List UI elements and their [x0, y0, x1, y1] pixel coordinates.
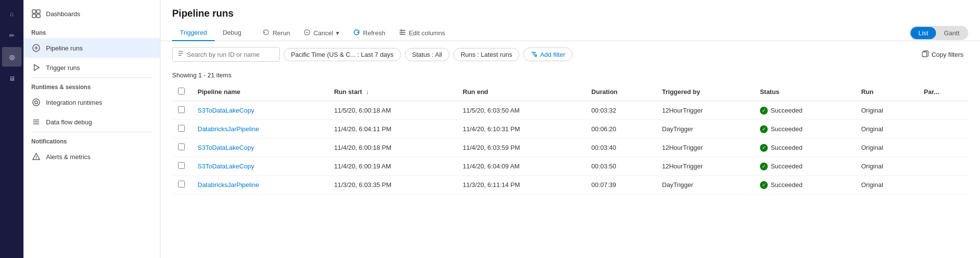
select-all-checkbox[interactable]: [178, 88, 185, 94]
tab-triggered[interactable]: Triggered: [172, 25, 215, 41]
table-row: S3ToDataLakeCopy 11/4/20, 6:00:18 PM 11/…: [172, 139, 968, 157]
cancel-button[interactable]: Cancel ▾: [298, 26, 345, 40]
table-row: S3ToDataLakeCopy 11/4/20, 6:00:19 AM 11/…: [172, 157, 968, 176]
sidebar-item-alerts-metrics[interactable]: Alerts & metrics: [23, 147, 160, 166]
runs-section-label: Runs: [23, 23, 160, 38]
pipeline-name-link-2[interactable]: S3ToDataLakeCopy: [198, 144, 254, 151]
copy-filters-button[interactable]: Copy filters: [917, 48, 968, 61]
row-status-4: ✓ Succeeded: [754, 176, 855, 194]
row-pipeline-name-0: S3ToDataLakeCopy: [192, 101, 328, 120]
row-triggered-by-1: DayTrigger: [656, 120, 754, 139]
svg-rect-1: [37, 10, 40, 13]
pipeline-runs-icon: [31, 43, 41, 53]
row-run-type-3: Original: [855, 157, 918, 176]
succeeded-icon-4: ✓: [760, 181, 768, 189]
row-parameters-1: [918, 120, 968, 139]
sidebar-nav: Dashboards Runs Pipeline runs: [23, 0, 160, 258]
row-select-3[interactable]: [178, 162, 185, 169]
nav-icons: ⌂ ✏ ◎ 🖥: [0, 0, 23, 258]
row-triggered-by-2: 12HourTrigger: [656, 139, 754, 157]
row-triggered-by-4: DayTrigger: [656, 176, 754, 194]
run-start-header: Run start: [334, 88, 362, 95]
search-filter-icon: [178, 50, 184, 58]
row-select-2[interactable]: [178, 143, 185, 150]
sidebar-item-dashboards[interactable]: Dashboards: [23, 4, 160, 23]
row-checkbox-4: [172, 176, 192, 194]
succeeded-icon-1: ✓: [760, 125, 768, 133]
filters-bar: Pacific Time (US & C... : Last 7 days St…: [160, 41, 980, 68]
tabs-bar: Triggered Debug Rerun: [172, 25, 968, 41]
row-select-1[interactable]: [178, 125, 185, 132]
tab-actions: Rerun Cancel ▾: [257, 26, 451, 40]
alerts-metrics-label: Alerts & metrics: [46, 153, 90, 161]
add-filter-label: Add filter: [540, 51, 565, 58]
refresh-icon: [353, 29, 360, 37]
row-duration-4: 00:07:39: [585, 176, 656, 194]
row-select-4[interactable]: [178, 181, 185, 188]
list-view-button[interactable]: List: [911, 27, 936, 39]
svg-rect-10: [922, 52, 927, 57]
rerun-label: Rerun: [272, 29, 290, 37]
add-filter-button[interactable]: Add filter: [523, 47, 572, 61]
row-select-0[interactable]: [178, 106, 185, 113]
pipeline-name-link-0[interactable]: S3ToDataLakeCopy: [198, 107, 254, 114]
sort-icon: ↓: [366, 88, 369, 95]
col-run-start[interactable]: Run start ↓: [328, 83, 457, 101]
pipeline-name-link-3[interactable]: S3ToDataLakeCopy: [198, 163, 254, 170]
row-duration-0: 00:03:32: [585, 101, 656, 120]
add-filter-icon: [531, 50, 537, 58]
row-checkbox-0: [172, 101, 192, 120]
row-run-start-2: 11/4/20, 6:00:18 PM: [328, 139, 457, 157]
refresh-label: Refresh: [363, 29, 385, 37]
sidebar-dashboards-label: Dashboards: [46, 10, 80, 18]
gantt-view-button[interactable]: Gantt: [936, 27, 967, 39]
row-duration-2: 00:03:40: [585, 139, 656, 157]
row-status-2: ✓ Succeeded: [754, 139, 855, 157]
briefcase-icon[interactable]: 🖥: [2, 69, 22, 88]
row-run-end-4: 11/3/20, 6:11:14 PM: [457, 176, 585, 194]
dashboards-icon: [31, 9, 41, 19]
svg-rect-0: [32, 10, 36, 13]
tab-debug[interactable]: Debug: [215, 25, 249, 41]
cancel-label: Cancel: [313, 29, 333, 37]
edit-columns-label: Edit columns: [409, 29, 445, 37]
sidebar-item-integration-runtimes[interactable]: Integration runtimes: [23, 93, 160, 112]
rerun-button[interactable]: Rerun: [257, 26, 295, 40]
view-toggle: List Gantt: [910, 26, 968, 40]
search-input-container[interactable]: [172, 47, 280, 62]
col-parameters: Par...: [918, 83, 968, 101]
sidebar-item-trigger-runs[interactable]: Trigger runs: [23, 58, 160, 77]
status-text-4: Succeeded: [771, 181, 802, 188]
status-filter-pill[interactable]: Status : All: [405, 48, 449, 61]
row-duration-3: 00:03:50: [585, 157, 656, 176]
col-pipeline-name: Pipeline name: [192, 83, 328, 101]
edit-columns-button[interactable]: Edit columns: [393, 26, 451, 40]
row-status-0: ✓ Succeeded: [754, 101, 855, 120]
alerts-icon: [31, 152, 41, 162]
integration-runtimes-icon: [31, 97, 41, 107]
sidebar-item-dataflow-debug[interactable]: Data flow debug: [23, 112, 160, 132]
edit-icon[interactable]: ✏: [2, 25, 22, 45]
refresh-button[interactable]: Refresh: [347, 26, 391, 40]
sidebar-item-pipeline-runs[interactable]: Pipeline runs: [23, 38, 160, 58]
runs-filter-pill[interactable]: Runs : Latest runs: [453, 48, 520, 61]
time-filter-pill[interactable]: Pacific Time (US & C... : Last 7 days: [284, 48, 401, 61]
integration-runtimes-label: Integration runtimes: [46, 99, 102, 106]
col-run: Run: [855, 83, 918, 101]
trigger-runs-icon: [31, 63, 41, 72]
table-row: DatabricksJarPipeline 11/4/20, 6:04:11 P…: [172, 120, 968, 139]
pipeline-name-link-4[interactable]: DatabricksJarPipeline: [198, 181, 259, 188]
monitor-icon[interactable]: ◎: [2, 47, 22, 67]
home-icon[interactable]: ⌂: [2, 4, 22, 23]
search-input[interactable]: [187, 51, 274, 58]
row-parameters-4: [918, 176, 968, 194]
row-pipeline-name-2: S3ToDataLakeCopy: [192, 139, 328, 157]
pipeline-name-link-1[interactable]: DatabricksJarPipeline: [198, 125, 259, 133]
cancel-icon: [304, 29, 311, 37]
pipeline-name-header: Pipeline name: [198, 88, 240, 95]
showing-label: Showing 1 - 21 items: [172, 68, 968, 83]
row-run-start-1: 11/4/20, 6:04:11 PM: [328, 120, 457, 139]
row-checkbox-3: [172, 157, 192, 176]
sidebar: Dashboards Runs Pipeline runs: [23, 0, 160, 258]
row-run-end-3: 11/4/20, 6:04:09 AM: [457, 157, 585, 176]
